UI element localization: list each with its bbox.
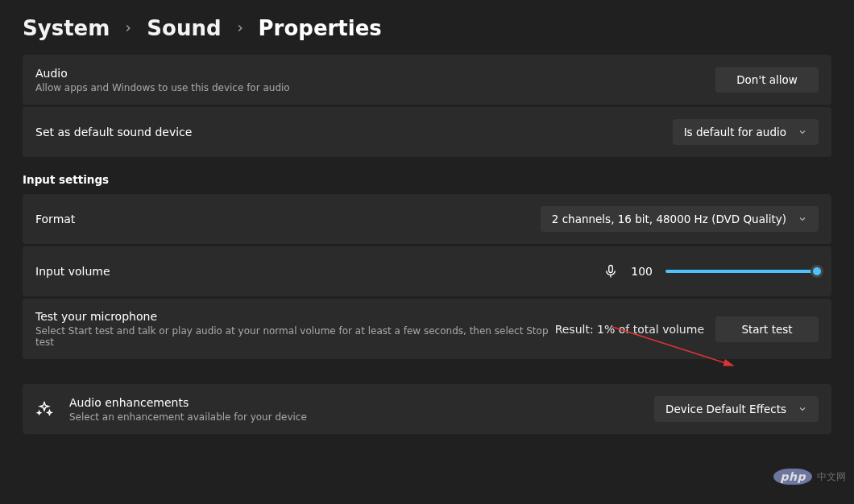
- chevron-right-icon: [122, 23, 134, 34]
- watermark-text: 中文网: [817, 470, 846, 484]
- card-default-device: Set as default sound device Is default f…: [23, 107, 831, 157]
- breadcrumb-sound[interactable]: Sound: [147, 16, 221, 40]
- chevron-down-icon: [798, 127, 807, 137]
- microphone-icon: [603, 264, 618, 279]
- enhancements-dropdown[interactable]: Device Default Effects: [654, 396, 819, 422]
- input-volume-value: 100: [631, 265, 653, 278]
- breadcrumb: System Sound Properties: [0, 0, 854, 55]
- chevron-down-icon: [798, 404, 807, 414]
- audio-title: Audio: [35, 67, 715, 80]
- enhancements-title: Audio enhancements: [69, 396, 638, 409]
- card-input-volume: Input volume 100: [23, 246, 831, 296]
- input-volume-slider[interactable]: [665, 270, 819, 273]
- chevron-down-icon: [798, 214, 807, 224]
- format-title: Format: [35, 213, 75, 225]
- audio-subtitle: Allow apps and Windows to use this devic…: [35, 82, 715, 93]
- start-test-button[interactable]: Start test: [715, 316, 819, 342]
- enhancements-subtitle: Select an enhancement available for your…: [69, 411, 638, 423]
- heading-input-settings: Input settings: [23, 173, 831, 186]
- card-audio-permission: Audio Allow apps and Windows to use this…: [23, 55, 831, 105]
- watermark-logo: php: [773, 469, 812, 485]
- dont-allow-button[interactable]: Don't allow: [715, 67, 819, 93]
- test-mic-result: Result: 1% of total volume: [555, 323, 704, 336]
- default-device-dropdown[interactable]: Is default for audio: [673, 119, 819, 145]
- card-format: Format 2 channels, 16 bit, 48000 Hz (DVD…: [23, 194, 831, 244]
- breadcrumb-system[interactable]: System: [23, 16, 110, 40]
- svg-rect-0: [609, 266, 613, 273]
- input-volume-title: Input volume: [35, 265, 110, 278]
- format-dropdown-label: 2 channels, 16 bit, 48000 Hz (DVD Qualit…: [552, 213, 786, 225]
- test-mic-title: Test your microphone: [35, 310, 551, 323]
- test-mic-subtitle: Select Start test and talk or play audio…: [35, 325, 551, 348]
- sparkle-icon: [35, 400, 53, 418]
- default-device-dropdown-label: Is default for audio: [684, 126, 786, 138]
- format-dropdown[interactable]: 2 channels, 16 bit, 48000 Hz (DVD Qualit…: [541, 206, 819, 232]
- watermark: php 中文网: [773, 469, 846, 485]
- slider-thumb[interactable]: [810, 265, 823, 278]
- card-audio-enhancements: Audio enhancements Select an enhancement…: [23, 384, 831, 434]
- card-test-microphone: Test your microphone Select Start test a…: [23, 299, 831, 359]
- content-area: Audio Allow apps and Windows to use this…: [0, 55, 854, 434]
- default-device-title: Set as default sound device: [35, 126, 192, 138]
- enhancements-dropdown-label: Device Default Effects: [665, 403, 786, 415]
- chevron-right-icon: [234, 23, 246, 34]
- breadcrumb-properties: Properties: [259, 16, 382, 40]
